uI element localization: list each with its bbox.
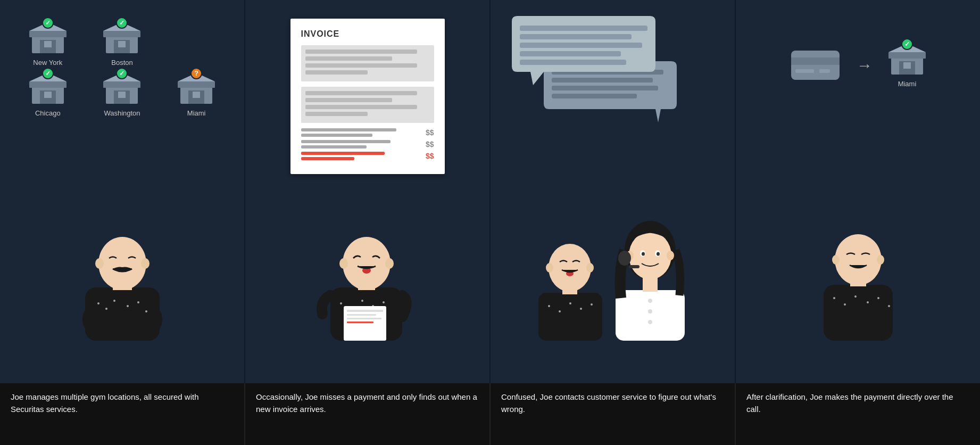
caption-text-1: Joe manages multiple gym locations, all … (11, 391, 234, 415)
svg-point-42 (383, 301, 385, 303)
svg-rect-44 (347, 310, 383, 312)
svg-rect-11 (29, 81, 67, 88)
item-price-2: $$ (426, 140, 434, 149)
location-washington: ✓ Washington (90, 72, 154, 117)
invoice-title: INVOICE (301, 29, 434, 39)
item-line (301, 128, 397, 131)
svg-point-88 (657, 252, 660, 256)
svg-point-100 (833, 297, 835, 299)
location-name-newyork: New York (33, 59, 62, 67)
invoice-items: $$ $$ $$ (301, 128, 434, 160)
character-area-3 (491, 202, 735, 341)
svg-point-82 (667, 251, 674, 260)
store-check-badge: ✓ (901, 38, 913, 50)
panel-payment: → ✓ Miami (736, 0, 980, 383)
miami-store-wrap: ✓ (888, 43, 926, 77)
item-line (301, 145, 367, 149)
store-with-check: ✓ Miami (888, 43, 926, 88)
svg-point-80 (629, 232, 671, 279)
invoice-line (305, 105, 418, 109)
svg-point-36 (141, 258, 150, 269)
invoice-line (305, 70, 368, 75)
svg-rect-54 (520, 34, 632, 39)
invoice-line (305, 63, 418, 68)
svg-point-101 (844, 303, 846, 306)
svg-point-40 (361, 300, 363, 302)
location-miami: ? Miami (164, 72, 228, 117)
invoice-line (305, 98, 393, 102)
svg-point-50 (339, 258, 348, 269)
item-lines (301, 152, 420, 160)
svg-rect-3 (44, 41, 52, 47)
status-badge-green-chicago: ✓ (42, 68, 54, 79)
location-icon-wrap-boston: ✓ (103, 21, 140, 56)
svg-point-38 (340, 302, 342, 304)
status-badge-orange-miami: ? (190, 68, 202, 79)
svg-point-77 (648, 309, 652, 314)
caption-text-2: Occasionally, Joe misses a payment and o… (256, 391, 479, 415)
status-badge-green: ✓ (42, 17, 54, 29)
item-price-1: $$ (426, 128, 434, 137)
question-icon-miami: ? (194, 70, 198, 77)
svg-point-71 (549, 244, 591, 292)
svg-point-51 (385, 258, 394, 269)
panel-customer-service: ! (491, 0, 736, 383)
location-chicago: ✓ Chicago (16, 72, 80, 117)
svg-rect-84 (629, 265, 640, 268)
svg-point-69 (591, 303, 593, 306)
svg-rect-89 (643, 277, 658, 292)
character-joe-2 (312, 202, 423, 341)
svg-point-108 (832, 255, 840, 265)
svg-rect-55 (520, 43, 642, 48)
svg-rect-75 (616, 290, 685, 341)
svg-rect-1 (29, 31, 67, 37)
checkmark-icon-chicago: ✓ (45, 70, 51, 77)
character-joe-1 (69, 202, 176, 341)
caption-text-4: After clarification, Joe makes the payme… (746, 391, 969, 415)
item-line (301, 140, 391, 143)
location-icon-wrap-miami: ? (178, 72, 215, 106)
invoice-section-1 (301, 45, 434, 81)
svg-point-104 (877, 297, 879, 299)
svg-point-34 (98, 237, 146, 290)
svg-point-72 (546, 263, 553, 273)
svg-rect-61 (552, 94, 637, 98)
invoice-line (305, 56, 393, 61)
location-name-miami: Miami (187, 109, 206, 117)
svg-point-66 (559, 310, 561, 312)
svg-rect-90 (791, 51, 840, 80)
location-boston: ✓ Boston (90, 21, 154, 67)
svg-point-73 (586, 263, 594, 273)
svg-point-29 (113, 300, 115, 302)
caption-cell-1: Joe manages multiple gym locations, all … (0, 383, 245, 445)
character-area-2 (245, 208, 489, 341)
speech-area: ! (491, 11, 735, 181)
status-badge-green-washington: ✓ (116, 68, 128, 79)
svg-point-28 (105, 308, 107, 310)
main-content: ✓ New York ✓ (0, 0, 980, 383)
svg-rect-92 (795, 69, 814, 73)
invoice-section-2 (301, 87, 434, 123)
location-new-york: ✓ New York (16, 21, 80, 67)
svg-point-35 (95, 258, 104, 269)
invoice-line (305, 91, 418, 95)
location-icon-wrap-chicago: ✓ (29, 72, 67, 106)
svg-point-31 (137, 301, 139, 303)
location-icon-wrap-washington: ✓ (103, 72, 140, 106)
panel-invoice: INVOICE $$ (245, 0, 491, 383)
svg-point-65 (548, 305, 550, 307)
character-area-1 (0, 208, 244, 341)
svg-rect-99 (824, 285, 893, 341)
svg-point-102 (854, 295, 857, 298)
character-area-4 (736, 202, 980, 341)
svg-point-78 (648, 320, 652, 324)
svg-point-30 (127, 305, 129, 307)
svg-point-107 (835, 234, 882, 285)
svg-point-105 (888, 305, 890, 307)
item-line (301, 134, 373, 137)
caption-cell-3: Confused, Joe contacts customer service … (491, 383, 736, 445)
svg-rect-18 (118, 92, 126, 98)
svg-point-49 (343, 237, 391, 290)
invoice-container: INVOICE $$ (290, 19, 445, 174)
status-badge-green-boston: ✓ (116, 17, 128, 29)
